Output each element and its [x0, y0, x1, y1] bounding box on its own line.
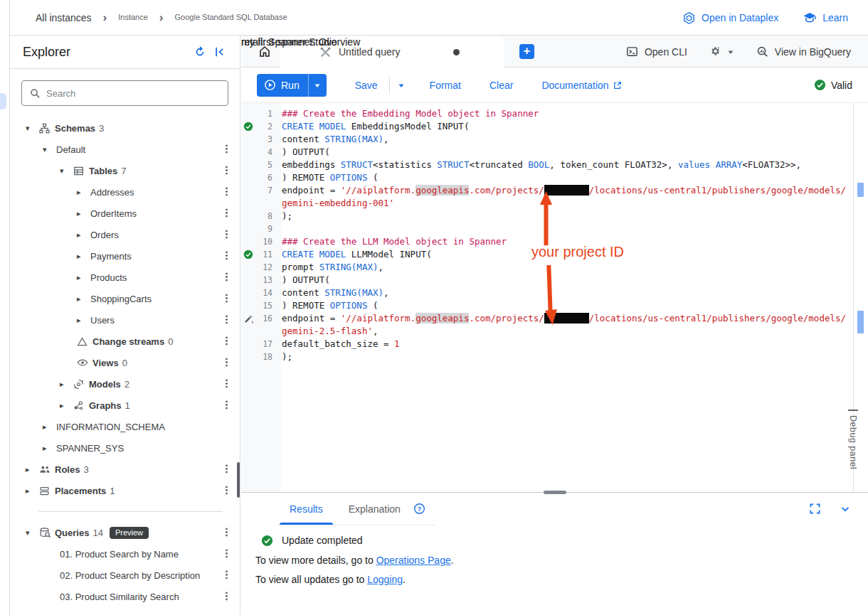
code-token[interactable]: ### Create the LLM Model object in Spann… — [282, 236, 507, 247]
code-token[interactable]: endpoint = — [282, 313, 341, 323]
code-token[interactable]: ARRAY — [716, 159, 743, 170]
learn-button[interactable]: Learn — [803, 11, 848, 25]
code-token[interactable]: <FLOAT32>>, — [742, 159, 801, 170]
code-token[interactable]: STRING(MAX) — [324, 287, 383, 298]
code-token[interactable]: .com/projects/ — [469, 185, 544, 196]
code-line[interactable]: 2CREATE MODEL EmbeddingsModel INPUT( — [241, 120, 852, 133]
more-vert-icon[interactable] — [221, 144, 233, 155]
code-token[interactable]: ); — [282, 351, 292, 362]
code-line[interactable]: 7endpoint = '//aiplatform.googleapis.com… — [241, 184, 852, 197]
more-vert-icon[interactable] — [221, 464, 233, 475]
code-token[interactable]: .com/projects/ — [469, 313, 544, 323]
more-vert-icon[interactable] — [221, 548, 233, 560]
sql-editor[interactable]: 1### Create the Embedding Model object i… — [241, 103, 868, 492]
code-line[interactable]: 4) OUTPUT( — [241, 146, 852, 159]
code-token[interactable]: ) REMOTE — [282, 300, 330, 311]
code-line[interactable]: gemini-2.5-flash', — [241, 325, 852, 338]
code-text[interactable]: ### Create the Embedding Model object in… — [272, 107, 539, 120]
code-line[interactable]: 10### Create the LLM Model object in Spa… — [241, 235, 852, 248]
tree-item-models[interactable]: ▸Models2 — [10, 373, 240, 395]
code-text[interactable]: CREATE MODEL LLMModel INPUT( — [272, 248, 432, 261]
code-token[interactable]: embeddings — [282, 159, 341, 170]
more-vert-icon[interactable] — [221, 485, 233, 496]
code-token[interactable] — [710, 159, 716, 170]
code-token[interactable]: , — [378, 262, 383, 272]
more-vert-icon[interactable] — [221, 527, 233, 538]
code-token[interactable]: content — [282, 287, 324, 298]
more-vert-icon[interactable] — [221, 186, 233, 198]
more-vert-icon[interactable] — [221, 569, 233, 581]
tree-item-query-01[interactable]: 01. Product Search by Name — [10, 543, 240, 565]
code-token[interactable]: gemini-2.5-flash' — [282, 326, 373, 336]
view-in-bigquery-button[interactable]: View in BigQuery — [756, 46, 851, 58]
save-options-caret[interactable] — [397, 81, 406, 90]
code-line[interactable]: 11CREATE MODEL LLMModel INPUT( — [241, 248, 852, 261]
code-token[interactable]: EmbeddingsModel INPUT( — [346, 121, 469, 132]
breadcrumb-instance[interactable]: Instance my-first-spanner: Overview — [118, 13, 148, 22]
code-text[interactable]: prompt STRING(MAX), — [272, 261, 383, 274]
code-token[interactable]: CREATE MODEL — [282, 121, 346, 132]
clear-button[interactable]: Clear — [489, 80, 513, 91]
tab-explanation[interactable]: Explanation — [336, 493, 413, 525]
code-token[interactable]: /locations/us-central1/publishers/google… — [589, 185, 846, 196]
code-text[interactable]: default_batch_size = 1 — [272, 338, 400, 351]
code-token[interactable]: , — [383, 287, 389, 298]
tree-item-schemas[interactable]: ▾Schemas3 — [10, 117, 240, 139]
collapse-results-button[interactable] — [840, 503, 851, 515]
chevron-right-icon[interactable]: ▸ — [43, 422, 56, 432]
chevron-down-icon[interactable]: ▾ — [43, 145, 56, 154]
run-button[interactable]: Run — [257, 74, 308, 97]
code-token[interactable]: values — [678, 159, 710, 170]
chevron-right-icon[interactable]: ▸ — [26, 465, 39, 474]
operations-page-link[interactable]: Operations Page — [376, 555, 451, 566]
explanation-help-button[interactable]: ? — [413, 493, 435, 525]
more-vert-icon[interactable] — [221, 357, 233, 368]
run-options-caret[interactable] — [308, 74, 327, 97]
tree-item-query-02[interactable]: 02. Product Search by Description — [10, 565, 240, 586]
tree-item-products[interactable]: ▸Products — [10, 267, 240, 288]
code-text[interactable]: embeddings STRUCT<statistics STRUCT<trun… — [272, 159, 801, 171]
code-line[interactable]: 8); — [241, 210, 852, 223]
chevron-right-icon[interactable]: ▸ — [77, 230, 90, 240]
code-line[interactable]: 18); — [241, 351, 852, 363]
chevron-down-icon[interactable]: ▾ — [26, 124, 39, 133]
code-token[interactable]: , — [373, 326, 379, 336]
refresh-button[interactable] — [190, 42, 210, 62]
code-token[interactable]: '//aiplatform. — [341, 313, 416, 323]
code-text[interactable]: content STRING(MAX), — [272, 133, 389, 146]
documentation-link[interactable]: Documentation — [541, 80, 622, 91]
chevron-right-icon[interactable]: ▸ — [77, 209, 90, 218]
more-vert-icon[interactable] — [221, 400, 233, 411]
tree-item-information-schema[interactable]: ▸INFORMATION_SCHEMA — [10, 416, 240, 437]
code-token[interactable]: OPTIONS — [330, 300, 368, 311]
code-line[interactable]: 12prompt STRING(MAX), — [241, 261, 852, 274]
code-token[interactable]: ( — [367, 172, 378, 183]
code-token[interactable]: 1 — [394, 338, 400, 349]
debug-panel-vertical-tab[interactable]: Debug panel — [848, 410, 858, 469]
code-text[interactable]: ) OUTPUT( — [272, 146, 330, 159]
chevron-right-icon[interactable]: ▸ — [77, 188, 90, 197]
code-text[interactable]: ) REMOTE OPTIONS ( — [272, 299, 378, 312]
code-token[interactable]: content — [282, 134, 324, 144]
code-text[interactable]: ) OUTPUT( — [272, 274, 330, 287]
tab-results[interactable]: Results — [277, 493, 336, 525]
code-text[interactable]: ); — [272, 351, 292, 363]
chevron-down-icon[interactable]: ▾ — [60, 166, 73, 176]
code-text[interactable]: endpoint = '//aiplatform.googleapis.com/… — [272, 184, 846, 197]
sidebar-scrollbar[interactable] — [237, 462, 240, 498]
code-line[interactable]: 17default_batch_size = 1 — [241, 338, 852, 351]
code-token[interactable]: googleapis — [416, 313, 469, 323]
chevron-down-icon[interactable]: ▾ — [26, 528, 39, 538]
tree-item-query-03[interactable]: 03. Product Similarity Search — [10, 586, 240, 607]
code-token[interactable]: ) REMOTE — [282, 172, 330, 183]
code-token[interactable]: OPTIONS — [330, 172, 368, 183]
tree-item-views[interactable]: Views0 — [10, 352, 240, 373]
more-vert-icon[interactable] — [221, 272, 233, 283]
code-token[interactable]: STRUCT — [437, 159, 469, 170]
code-line[interactable]: 3content STRING(MAX), — [241, 133, 852, 146]
code-token[interactable]: ( — [367, 300, 378, 311]
code-token[interactable]: '//aiplatform. — [341, 185, 416, 196]
code-line[interactable]: 14content STRING(MAX), — [241, 287, 852, 299]
code-token[interactable]: STRUCT — [341, 159, 373, 170]
code-text[interactable]: content STRING(MAX), — [272, 287, 389, 299]
